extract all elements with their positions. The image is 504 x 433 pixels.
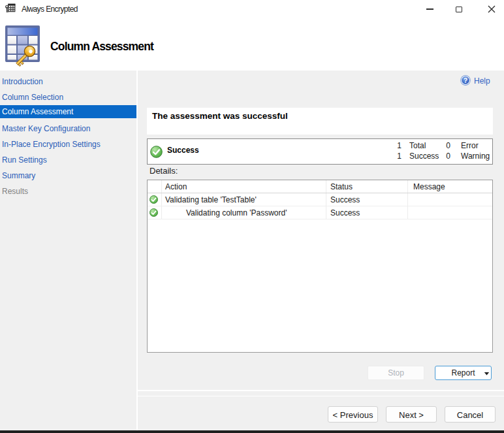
svg-text:?: ? — [464, 77, 467, 84]
